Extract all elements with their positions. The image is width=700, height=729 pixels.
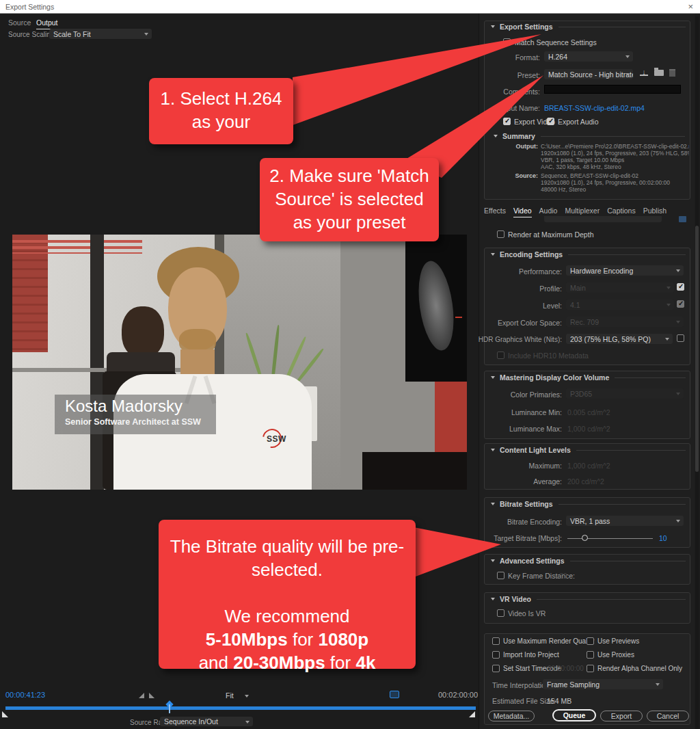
background-person-hair	[122, 306, 164, 358]
desk	[362, 452, 467, 490]
chevron-down-icon	[676, 269, 680, 272]
clipped-checkbox[interactable]	[679, 216, 686, 222]
render-max-depth-checkbox[interactable]	[497, 230, 504, 238]
light-avg-label: Average:	[474, 477, 562, 486]
comments-input[interactable]	[544, 85, 681, 94]
callout-line: and 20-30Mbps for 4k	[159, 651, 416, 674]
bitrate-header[interactable]: Bitrate Settings	[491, 500, 686, 508]
close-icon[interactable]: ×	[688, 1, 693, 12]
scrollbar-thumb[interactable]	[695, 226, 699, 472]
hdr-white-label: HDR Graphics White (Nits):	[465, 336, 562, 343]
match-sequence-checkbox[interactable]	[503, 38, 511, 46]
window-frame-bar	[90, 235, 104, 490]
hdr-white-checkbox[interactable]	[677, 334, 684, 342]
import-into-project-checkbox[interactable]	[492, 651, 500, 659]
hdr-white-dropdown[interactable]: 203 (75% HLG, 58% PQ)	[566, 334, 673, 344]
summary-source-line: Sequence, BREAST-SSW-clip-edit-02	[541, 172, 689, 179]
chevron-down-icon	[491, 253, 495, 256]
preset-label: Preset:	[472, 71, 540, 79]
queue-button[interactable]: Queue	[552, 709, 596, 721]
performance-dropdown[interactable]: Hardware Encoding	[566, 265, 684, 276]
callout-bold: 1080p	[318, 629, 368, 650]
current-timecode[interactable]: 00:00:41:23	[5, 691, 45, 699]
folder-tab	[654, 68, 658, 70]
target-bitrate-label: Target Bitrate [Mbps]:	[474, 534, 562, 542]
use-proxies-checkbox[interactable]	[587, 651, 594, 659]
level-dropdown: 4.1	[566, 300, 674, 310]
chevron-down-icon	[667, 287, 671, 289]
import-into-project-label: Import Into Project	[503, 651, 559, 659]
export-colorspace-value: Rec. 709	[570, 318, 599, 326]
max-render-quality-checkbox[interactable]	[492, 637, 500, 645]
metadata-button[interactable]: Metadata...	[488, 711, 535, 721]
bitrate-encoding-dropdown[interactable]: VBR, 1 pass	[566, 516, 684, 526]
summary-header[interactable]: Summary	[494, 132, 685, 140]
luminance-max-label: Luminance Max:	[474, 425, 562, 433]
target-bitrate-slider-knob[interactable]	[582, 535, 588, 541]
summary-source-label: Source:	[504, 172, 538, 179]
tab-output[interactable]: Output	[36, 18, 58, 29]
mastering-header[interactable]: Mastering Display Color Volume	[491, 373, 686, 382]
export-settings-dialog: Export Settings × Source Output Source S…	[0, 0, 700, 729]
range-start-handle[interactable]	[2, 711, 8, 717]
save-preset-icon[interactable]: ↓	[640, 68, 648, 76]
preset-value: Match Source - High bitrate	[548, 70, 633, 79]
source-range-dropdown[interactable]: Sequence In/Out	[160, 717, 253, 726]
format-dropdown[interactable]: H.264	[544, 51, 633, 62]
tab-source[interactable]: Source	[8, 18, 31, 27]
export-button[interactable]: Export	[600, 711, 643, 721]
zoom-level-dropdown[interactable]: Fit	[226, 691, 234, 700]
target-bitrate-slider-track[interactable]	[567, 538, 653, 539]
estimated-size-value: 154 MB	[547, 697, 571, 705]
advanced-header[interactable]: Advanced Settings	[491, 557, 686, 565]
monitor-icon[interactable]	[390, 691, 399, 698]
encoding-settings-header[interactable]: Encoding Settings	[491, 250, 686, 259]
max-render-quality-label: Use Maximum Render Quality	[503, 637, 594, 645]
out-point-icon[interactable]	[149, 693, 154, 698]
preset-dropdown[interactable]: Match Source - High bitrate	[544, 69, 633, 79]
level-label: Level:	[474, 302, 562, 310]
video-is-vr-checkbox[interactable]	[497, 609, 504, 617]
chevron-down-icon	[625, 73, 630, 76]
chevron-down-icon	[676, 520, 680, 522]
use-proxies-label: Use Proxies	[597, 651, 634, 659]
tab-video[interactable]: Video	[513, 207, 532, 217]
source-scaling-dropdown[interactable]: Scale To Fit	[49, 29, 152, 39]
chevron-down-icon	[656, 683, 660, 686]
callout-text: for	[325, 652, 356, 673]
estimated-size-label: Estimated File Size:	[492, 697, 556, 705]
color-primaries-value: P3D65	[570, 390, 592, 398]
keyframe-checkbox[interactable]	[497, 572, 504, 579]
output-name-link[interactable]: BREAST-SSW-clip-edit-02.mp4	[544, 104, 645, 112]
in-point-icon[interactable]	[139, 693, 144, 698]
range-end-handle[interactable]	[469, 711, 475, 717]
ssw-logo-text: SSW	[267, 434, 286, 444]
chevron-down-icon	[491, 25, 495, 28]
export-colorspace-label: Export Color Space:	[474, 319, 562, 327]
profile-checkbox[interactable]	[677, 283, 684, 291]
vr-header[interactable]: VR Video	[491, 595, 686, 603]
render-alpha-checkbox[interactable]	[587, 665, 594, 672]
level-checkbox[interactable]	[677, 300, 684, 308]
color-primaries-dropdown: P3D65	[566, 388, 684, 399]
content-light-header[interactable]: Content Light Levels	[491, 446, 686, 454]
summary-output-line: VBR, 1 pass, Target 10.00 Mbps	[541, 157, 689, 163]
import-preset-icon[interactable]	[654, 70, 664, 76]
time-interpolation-dropdown[interactable]: Frame Sampling	[543, 679, 663, 689]
callout-line: 1. Select H.264	[149, 87, 293, 110]
set-start-timecode-checkbox[interactable]	[492, 665, 500, 672]
clipped-aspect-dropdown[interactable]	[544, 216, 662, 222]
delete-preset-icon[interactable]	[669, 69, 675, 77]
tab-effects[interactable]: Effects	[484, 207, 506, 217]
export-settings-header[interactable]: Export Settings	[491, 23, 686, 31]
cancel-button[interactable]: Cancel	[647, 711, 689, 721]
video-preview[interactable]: SSW Kosta Madorsky Senior Software Archi…	[12, 235, 467, 490]
callout-line: Source' is selected	[260, 187, 439, 211]
target-bitrate-value[interactable]: 10	[659, 534, 667, 542]
red-railing	[12, 240, 142, 254]
use-previews-checkbox[interactable]	[587, 637, 594, 645]
format-value: H.264	[548, 53, 567, 61]
timeline-scrubber[interactable]	[5, 706, 476, 710]
export-audio-checkbox[interactable]	[547, 118, 554, 125]
export-video-checkbox[interactable]	[503, 118, 511, 125]
